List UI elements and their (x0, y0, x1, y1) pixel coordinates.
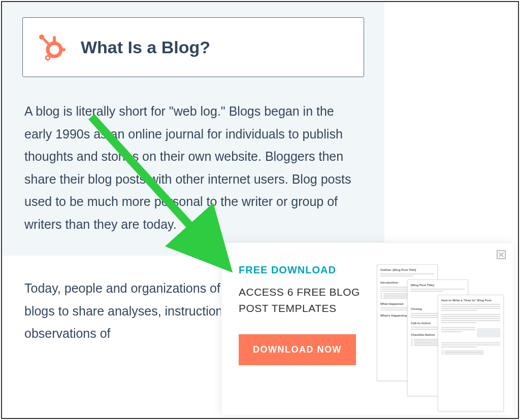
heading-title: What Is a Blog? (81, 38, 210, 57)
download-now-button[interactable]: DOWNLOAD NOW (239, 334, 356, 365)
svg-line-2 (43, 39, 50, 46)
svg-rect-3 (53, 36, 56, 44)
popup-eyebrow: FREE DOWNLOAD (239, 264, 371, 276)
cta-popup: FREE DOWNLOAD ACCESS 6 FREE BLOG POST TE… (221, 242, 513, 415)
templates-preview: Outline: [Blog Post Title] Introduction … (377, 264, 498, 400)
popup-headline: ACCESS 6 FREE BLOG POST TEMPLATES (239, 284, 371, 316)
hubspot-sprocket-icon (37, 33, 66, 61)
heading-card: What Is a Blog? (22, 17, 364, 77)
close-icon[interactable] (497, 250, 506, 259)
svg-line-6 (49, 55, 50, 56)
article-paragraph-1: A blog is literally short for "web log."… (24, 100, 362, 235)
svg-rect-4 (59, 48, 66, 51)
template-thumb-3: How to Write a "How to" Blog Post (438, 295, 504, 411)
